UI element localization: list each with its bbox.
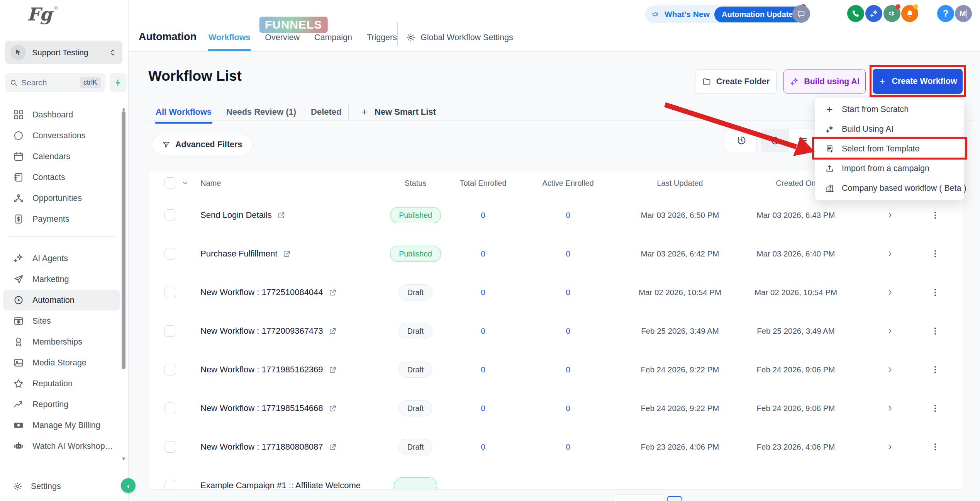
tab-all-workflows[interactable]: All Workflows: [156, 107, 212, 117]
row-checkbox[interactable]: [164, 441, 176, 453]
sidebar-item-calendars[interactable]: Calendars: [0, 146, 124, 167]
active-enrolled-link-value[interactable]: 0: [566, 442, 570, 452]
total-enrolled-link[interactable]: 0: [446, 350, 520, 389]
pagination-page-button[interactable]: [667, 496, 682, 501]
workflow-name[interactable]: Purchase Fulfillment: [200, 249, 277, 259]
sidebar-item-marketing[interactable]: Marketing: [0, 269, 124, 290]
sidebar-scroll-down-arrow[interactable]: ▼: [121, 456, 126, 462]
row-expand-chevron[interactable]: [875, 428, 905, 466]
user-avatar[interactable]: M: [955, 5, 972, 22]
external-link-icon[interactable]: [329, 289, 337, 297]
tab-needs-review-1[interactable]: Needs Review (1): [226, 107, 296, 117]
list-view-toggle[interactable]: [789, 129, 817, 152]
feedback-chat-button[interactable]: [792, 5, 810, 23]
row-expand-chevron[interactable]: [875, 389, 905, 428]
active-enrolled-link-value[interactable]: 0: [566, 404, 570, 413]
total-enrolled-link-value[interactable]: 0: [481, 404, 485, 413]
total-enrolled-link-value[interactable]: 0: [481, 249, 485, 258]
quick-actions-button[interactable]: [110, 73, 127, 92]
recent-view-toggle[interactable]: [761, 129, 789, 152]
sidebar-item-dashboard[interactable]: Dashboard: [0, 104, 124, 125]
total-enrolled-link-value[interactable]: 0: [481, 442, 485, 452]
active-enrolled-link[interactable]: 0: [531, 273, 605, 312]
row-kebab-menu[interactable]: [920, 234, 951, 273]
external-link-icon[interactable]: [329, 366, 337, 374]
chevron-down-icon[interactable]: [181, 170, 189, 196]
sidebar-scrollbar[interactable]: [122, 111, 125, 369]
row-expand-chevron[interactable]: [875, 312, 905, 350]
tab-workflows[interactable]: Workflows: [209, 33, 250, 42]
tab-overview[interactable]: OverviewBeta: [265, 33, 300, 42]
build-using-ai-button[interactable]: Build using AI: [783, 70, 866, 93]
tab-deleted[interactable]: Deleted: [311, 107, 341, 117]
automation-updates-pill[interactable]: Automation Updates: [714, 7, 805, 22]
total-enrolled-link[interactable]: 0: [446, 389, 520, 428]
sidebar-scroll-up-arrow[interactable]: ▲: [121, 106, 126, 112]
tab-triggers[interactable]: Triggers: [367, 33, 397, 42]
active-enrolled-link[interactable]: 0: [531, 350, 605, 389]
sidebar-item-conversations[interactable]: Conversations: [0, 125, 124, 146]
row-kebab-menu[interactable]: [920, 350, 951, 389]
whats-new-pill[interactable]: What's New Automation Updates: [645, 5, 806, 23]
sidebar-item-media-storage[interactable]: Media Storage: [0, 352, 124, 373]
help-button[interactable]: ?: [937, 5, 954, 22]
menu-item-company-based-workflow-beta[interactable]: Company based workflow ( Beta ): [815, 178, 964, 198]
history-button[interactable]: [726, 129, 757, 152]
active-enrolled-link[interactable]: 0: [531, 389, 605, 428]
sidebar-item-memberships[interactable]: Memberships: [0, 331, 124, 352]
row-checkbox[interactable]: [164, 480, 176, 490]
workflow-name[interactable]: New Workflow : 1771985162369: [200, 365, 323, 375]
advanced-filters-button[interactable]: Advanced Filters: [152, 134, 253, 155]
total-enrolled-link[interactable]: 0: [446, 428, 520, 466]
row-kebab-menu[interactable]: [920, 196, 951, 234]
new-smart-list-button[interactable]: New Smart List: [360, 104, 436, 121]
row-kebab-menu[interactable]: [920, 312, 951, 350]
total-enrolled-link-value[interactable]: 0: [481, 288, 485, 297]
sidebar-item-opportunities[interactable]: Opportunities: [0, 188, 124, 209]
row-expand-chevron[interactable]: [875, 350, 905, 389]
menu-item-build-using-ai[interactable]: Build Using AI: [815, 119, 964, 139]
active-enrolled-link-value[interactable]: 0: [566, 211, 570, 220]
pagination-previous-button[interactable]: [614, 494, 665, 501]
active-enrolled-link-value[interactable]: 0: [566, 288, 570, 297]
sidebar-item-watch-ai-workshop-re[interactable]: Watch AI Workshop Re...: [0, 436, 124, 457]
active-enrolled-link[interactable]: 0: [531, 428, 605, 466]
workflow-name[interactable]: New Workflow : 1771880808087: [200, 442, 323, 452]
external-link-icon[interactable]: [283, 250, 291, 258]
sidebar-item-reporting[interactable]: Reporting: [0, 394, 124, 415]
active-enrolled-link-value[interactable]: 0: [566, 249, 570, 258]
menu-item-select-from-template[interactable]: Select from Template: [815, 139, 964, 159]
notifications-button[interactable]: [901, 5, 918, 22]
row-expand-chevron[interactable]: [875, 234, 905, 273]
external-link-icon[interactable]: [329, 443, 337, 451]
create-folder-button[interactable]: Create Folder: [695, 70, 777, 93]
workflow-name[interactable]: New Workflow : 1771985154668: [200, 403, 323, 413]
sidebar-item-manage-my-billing[interactable]: Manage My Billing: [0, 415, 124, 436]
menu-item-import-from-a-campaign[interactable]: Import from a campaign: [815, 159, 964, 178]
row-expand-chevron[interactable]: [875, 273, 905, 312]
row-checkbox[interactable]: [164, 402, 176, 414]
row-checkbox[interactable]: [164, 248, 176, 260]
active-enrolled-link-value[interactable]: 0: [566, 365, 570, 374]
total-enrolled-link-value[interactable]: 0: [481, 211, 485, 220]
row-checkbox[interactable]: [164, 209, 176, 221]
sidebar-item-reputation[interactable]: Reputation: [0, 373, 124, 394]
row-kebab-menu[interactable]: [920, 389, 951, 428]
row-expand-chevron[interactable]: [875, 196, 905, 234]
total-enrolled-link[interactable]: 0: [446, 196, 520, 234]
external-link-icon[interactable]: [277, 211, 285, 219]
total-enrolled-link[interactable]: 0: [446, 273, 520, 312]
workflow-name[interactable]: New Workflow : 1772510084044: [200, 287, 323, 297]
total-enrolled-link[interactable]: 0: [446, 312, 520, 350]
global-workflow-settings-link[interactable]: Global Workflow Settings: [406, 28, 513, 47]
sidebar-item-sites[interactable]: Sites: [0, 311, 124, 331]
ai-assistant-button[interactable]: [865, 5, 882, 22]
search-input[interactable]: Search ctrlK: [5, 73, 105, 92]
row-checkbox[interactable]: [164, 325, 176, 337]
external-link-icon[interactable]: [329, 404, 337, 413]
sidebar-collapse-button[interactable]: ‹: [121, 478, 136, 493]
tab-campaign[interactable]: Campaign: [314, 33, 352, 42]
sidebar-item-settings[interactable]: Settings: [0, 476, 124, 497]
workflow-name[interactable]: Send Login Details: [200, 210, 272, 220]
account-switcher[interactable]: Support Testing: [5, 41, 122, 64]
